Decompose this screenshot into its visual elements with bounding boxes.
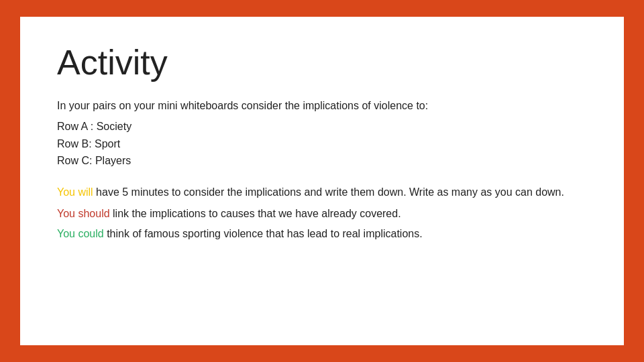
you-will-text: have 5 minutes to consider the implicati… bbox=[93, 186, 564, 198]
row-b: Row B: Sport bbox=[57, 135, 587, 153]
content-body: In your pairs on your mini whiteboards c… bbox=[57, 98, 587, 242]
you-could-block: You could think of famous sporting viole… bbox=[57, 226, 587, 242]
you-should-block: You should link the implications to caus… bbox=[57, 206, 587, 222]
row-a: Row A : Society bbox=[57, 118, 587, 135]
you-will-block: You will have 5 minutes to consider the … bbox=[57, 184, 587, 200]
spacer-1 bbox=[57, 170, 587, 184]
you-could-text: think of famous sporting violence that h… bbox=[104, 228, 423, 239]
you-should-label: You should bbox=[57, 208, 110, 219]
you-should-text: link the implications to causes that we … bbox=[110, 208, 401, 219]
slide: Activity In your pairs on your mini whit… bbox=[20, 17, 624, 345]
you-could-label: You could bbox=[57, 228, 104, 239]
you-will-label: You will bbox=[57, 186, 93, 198]
slide-title: Activity bbox=[57, 44, 587, 82]
row-c: Row C: Players bbox=[57, 152, 587, 170]
intro-text: In your pairs on your mini whiteboards c… bbox=[57, 98, 587, 114]
